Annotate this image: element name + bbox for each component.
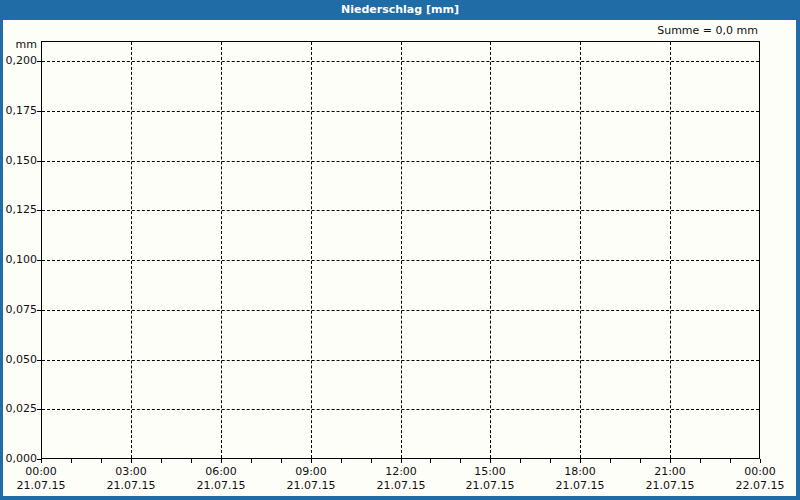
x-axis-tick [161,459,162,463]
y-axis-tick-label: 0,150 [3,154,37,167]
x-axis-tick [490,459,491,463]
x-axis-tick [101,459,102,463]
x-axis-tick [281,459,282,463]
x-axis-tick [311,459,312,463]
x-axis-tick [670,459,671,463]
x-axis-date-label: 21.07.15 [6,479,76,492]
y-axis-tick-label: 0,175 [3,104,37,117]
y-axis-tick [37,310,41,311]
y-axis-tick-label: 0,100 [3,253,37,266]
y-axis-unit-label: mm [3,38,37,51]
x-axis-tick [580,459,581,463]
x-axis-tick [760,459,761,463]
x-gridline [670,42,671,458]
y-axis-tick-label: 0,025 [3,402,37,415]
x-axis-time-label: 18:00 [550,465,610,478]
x-axis-date-label: 21.07.15 [96,479,166,492]
x-axis-tick [401,459,402,463]
x-axis-time-label: 09:00 [281,465,341,478]
x-axis-time-label: 15:00 [460,465,520,478]
x-axis-tick [191,459,192,463]
x-axis-tick [221,459,222,463]
x-axis-tick [71,459,72,463]
y-axis-tick-label: 0,125 [3,203,37,216]
x-gridline [131,42,132,458]
x-axis-tick [520,459,521,463]
x-axis-tick [131,459,132,463]
x-axis-tick [730,459,731,463]
y-axis-tick [37,61,41,62]
x-axis-date-label: 21.07.15 [545,479,615,492]
y-axis-tick [37,111,41,112]
x-axis-tick [640,459,641,463]
x-axis-tick [700,459,701,463]
x-axis-time-label: 00:00 [11,465,71,478]
y-axis-tick [37,161,41,162]
y-axis-tick-label: 0,050 [3,353,37,366]
y-axis-tick [37,409,41,410]
x-axis-time-label: 21:00 [640,465,700,478]
chart-title-bar: Niederschlag [mm] [0,0,800,20]
x-gridline [580,42,581,458]
x-axis-date-label: 22.07.15 [725,479,795,492]
x-axis-time-label: 03:00 [101,465,161,478]
x-gridline [490,42,491,458]
x-axis-tick [371,459,372,463]
y-axis-tick-label: 0,075 [3,303,37,316]
y-axis-tick-label: 0,200 [3,54,37,67]
x-axis-time-label: 06:00 [191,465,251,478]
x-axis-tick [550,459,551,463]
x-axis-tick [341,459,342,463]
x-gridline [311,42,312,458]
y-axis-tick-label: 0,000 [3,452,37,465]
x-axis-date-label: 21.07.15 [366,479,436,492]
x-axis-date-label: 21.07.15 [635,479,705,492]
x-axis-tick [610,459,611,463]
x-axis-date-label: 21.07.15 [186,479,256,492]
sum-annotation: Summe = 0,0 mm [657,24,758,37]
x-axis-tick [41,459,42,463]
y-axis-tick [37,260,41,261]
x-axis-tick [430,459,431,463]
chart-window: Niederschlag [mm] Summe = 0,0 mm mm 0,00… [0,0,800,500]
x-axis-tick [251,459,252,463]
x-gridline [221,42,222,458]
x-axis-date-label: 21.07.15 [276,479,346,492]
x-axis-date-label: 21.07.15 [455,479,525,492]
chart-title: Niederschlag [mm] [341,3,459,16]
x-axis-time-label: 00:00 [730,465,790,478]
chart-content: Summe = 0,0 mm mm 0,0000,0250,0500,0750,… [3,20,796,496]
y-axis-tick [37,360,41,361]
x-axis-tick [460,459,461,463]
x-axis-time-label: 12:00 [371,465,431,478]
x-gridline [401,42,402,458]
y-axis-tick [37,210,41,211]
